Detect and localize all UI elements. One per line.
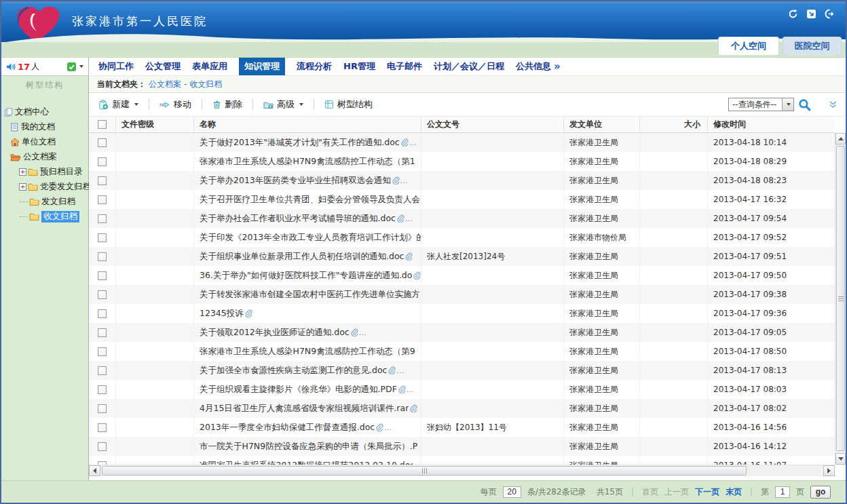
tab-hospital-space[interactable]: 医院空间 — [783, 37, 842, 55]
document-name-link[interactable]: 关于召开医疗卫生单位共青团、妇委会分管领导及负责人会 — [200, 194, 420, 206]
table-row[interactable]: 关于加强全市食源性疾病主动监测工作的意见.doc…张家港卫生局2013-04-1… — [89, 361, 835, 380]
popout-icon[interactable] — [806, 9, 816, 19]
move-button[interactable]: 移动 — [157, 96, 194, 113]
menu-item[interactable]: 公共信息 — [516, 60, 551, 73]
prev-page-link[interactable]: 上一页 — [664, 486, 689, 498]
first-page-link[interactable]: 首页 — [642, 486, 658, 498]
next-page-link[interactable]: 下一页 — [695, 486, 719, 498]
table-row[interactable]: 12345投诉张家港卫生局2013-04-17 09:36 — [89, 304, 835, 323]
table-row[interactable]: 36.关于举办"如何做好医院科技工作"专题讲座的通知.doc张家港卫生局2013… — [89, 266, 835, 285]
document-name-cell[interactable]: 市一院关于H7N9防控设备应急采购的申请（朱局批示）.P — [194, 437, 421, 456]
row-checkbox[interactable] — [98, 385, 107, 394]
row-checkbox[interactable] — [98, 309, 107, 318]
column-header[interactable]: 修改时间 — [708, 117, 835, 132]
column-header[interactable]: 大小 — [640, 117, 708, 132]
collapse-panel-icon[interactable] — [829, 101, 837, 109]
tree-item[interactable]: 我的文档 — [1, 119, 88, 134]
refresh-icon[interactable] — [788, 9, 798, 19]
document-name-link[interactable]: 12345投诉 — [200, 308, 244, 319]
menu-item[interactable]: 流程分析 — [297, 60, 332, 73]
table-row[interactable]: 4月15日省卫生厅人禽流感省级专家组视频培训课件.rar张家港卫生局2013-0… — [89, 399, 835, 418]
document-name-cell[interactable]: 4月15日省卫生厅人禽流感省级专家组视频培训课件.rar — [194, 399, 421, 418]
row-checkbox[interactable] — [98, 252, 107, 261]
document-name-cell[interactable]: 关于做好2013年"港城英才计划"有关工作的通知.doc… — [194, 133, 421, 152]
document-name-link[interactable]: 张家港市卫生系统人感染H7N9禽流感防控工作动态（第1 — [200, 156, 415, 168]
more-ellipsis[interactable]: … — [405, 214, 413, 223]
document-name-link[interactable]: 张家港市卫生系统人感染H7N9禽流感防控工作动态（第9 — [200, 346, 415, 357]
row-checkbox[interactable] — [98, 195, 107, 204]
page-number-input[interactable] — [775, 486, 790, 498]
table-row[interactable]: 市一院关于H7N9防控设备应急采购的申请（朱局批示）.P张家港卫生局2013-0… — [89, 437, 835, 456]
document-name-cell[interactable]: 12345投诉 — [194, 304, 421, 323]
more-ellipsis[interactable]: … — [359, 328, 366, 337]
horizontal-scrollbar[interactable] — [89, 465, 835, 476]
row-checkbox[interactable] — [98, 214, 107, 223]
menu-item[interactable]: 表单应用 — [192, 60, 227, 73]
breadcrumb-subfolder-link[interactable]: 收文归档 — [189, 79, 222, 90]
document-name-cell[interactable]: 关于转发张家港市创建全国农村中医药工作先进单位实施方 — [194, 285, 421, 304]
logout-icon[interactable] — [825, 9, 835, 19]
row-checkbox[interactable] — [98, 328, 107, 337]
select-dropdown-button[interactable] — [782, 98, 793, 111]
table-row[interactable]: 关于举办2013年医药类专业毕业生招聘双选会通知…张家港卫生局2013-04-1… — [89, 171, 835, 190]
table-row[interactable]: 关于组织事业单位新录用工作人员初任培训的通知.doc张人社发[2013]24号张… — [89, 247, 835, 266]
document-name-cell[interactable]: 关于召开医疗卫生单位共青团、妇委会分管领导及负责人会 — [194, 190, 421, 209]
tree-item[interactable]: 公文档案 — [1, 149, 88, 164]
tree-item[interactable]: 文档中心 — [1, 104, 88, 119]
more-ellipsis[interactable]: … — [407, 385, 414, 394]
document-name-cell[interactable]: 张家港市卫生系统人感染H7N9禽流感防控工作动态（第1 — [194, 152, 421, 171]
row-checkbox[interactable] — [98, 138, 107, 147]
document-name-cell[interactable]: 关于举办2013年医药类专业毕业生招聘双选会通知… — [194, 171, 421, 190]
document-name-link[interactable]: 2013年一季度全市妇幼保健工作督查通报.doc — [200, 422, 375, 433]
menu-item[interactable]: HR管理 — [343, 60, 375, 73]
row-checkbox[interactable] — [98, 442, 107, 451]
document-name-link[interactable]: 关于转发张家港市创建全国农村中医药工作先进单位实施方 — [200, 289, 420, 301]
row-checkbox[interactable] — [98, 157, 107, 166]
document-name-link[interactable]: 关于印发《2013年全市政工专业人员教育培训工作计划》的 — [200, 232, 421, 244]
row-checkbox[interactable] — [98, 404, 107, 413]
per-page-input[interactable] — [503, 486, 521, 498]
row-checkbox[interactable] — [98, 176, 107, 185]
document-name-cell[interactable]: 关于举办社会工作者职业水平考试辅导班的通知.doc… — [194, 209, 421, 228]
scroll-right-button[interactable] — [823, 465, 835, 476]
speaker-icon[interactable] — [6, 62, 16, 71]
document-name-cell[interactable]: 准国家卫生直报系统2012数据接口规范2012.02.10.doc… — [194, 456, 421, 465]
document-name-link[interactable]: 关于组织观看主旋律影片《徐兆华》电影的通知.PDF — [200, 384, 397, 395]
scroll-down-button[interactable] — [835, 453, 846, 465]
tree-view-button[interactable]: 树型结构 — [322, 96, 375, 113]
go-button[interactable]: go — [810, 486, 831, 499]
table-row[interactable]: 关于转发张家港市创建全国农村中医药工作先进单位实施方张家港卫生局2013-04-… — [89, 285, 835, 304]
table-row[interactable]: 关于组织观看主旋律影片《徐兆华》电影的通知.PDF…张家港卫生局2013-04-… — [89, 380, 835, 399]
tree-item[interactable]: 收文归档 — [1, 209, 88, 224]
vertical-scrollbar[interactable] — [835, 133, 846, 465]
last-page-link[interactable]: 末页 — [726, 486, 742, 498]
search-icon[interactable] — [798, 98, 811, 111]
advanced-button[interactable]: 高级 — [261, 96, 306, 113]
column-header[interactable]: 文件密级 — [116, 117, 194, 132]
document-name-cell[interactable]: 关于加强全市食源性疾病主动监测工作的意见.doc… — [194, 361, 421, 380]
menu-item[interactable]: 电子邮件 — [387, 60, 422, 73]
table-row[interactable]: 关于做好2013年"港城英才计划"有关工作的通知.doc…张家港卫生局2013-… — [89, 133, 835, 152]
document-name-link[interactable]: 市一院关于H7N9防控设备应急采购的申请（朱局批示）.P — [200, 441, 417, 452]
row-checkbox[interactable] — [98, 271, 107, 280]
document-name-cell[interactable]: 张家港市卫生系统人感染H7N9禽流感防控工作动态（第9 — [194, 342, 421, 361]
table-row[interactable]: 张家港市卫生系统人感染H7N9禽流感防控工作动态（第9张家港卫生局2013-04… — [89, 342, 835, 361]
tree-item[interactable]: +党委发文归档 — [1, 179, 88, 194]
document-name-link[interactable]: 4月15日省卫生厅人禽流感省级专家组视频培训课件.rar — [200, 403, 409, 414]
menu-item[interactable]: 计划／会议／日程 — [434, 60, 504, 73]
tree-item[interactable]: 发文归档 — [1, 194, 88, 209]
table-row[interactable]: 关于召开医疗卫生单位共青团、妇委会分管领导及负责人会张家港卫生局2013-04-… — [89, 190, 835, 209]
table-row[interactable]: 关于举办社会工作者职业水平考试辅导班的通知.doc…张家港卫生局2013-04-… — [89, 209, 835, 228]
table-row[interactable]: 关于印发《2013年全市政工专业人员教育培训工作计划》的张家港市物价局2013-… — [89, 228, 835, 247]
more-ellipsis[interactable]: … — [384, 423, 392, 432]
table-row[interactable]: 关于领取2012年执业医师证的通知.doc…张家港卫生局2013-04-17 0… — [89, 323, 835, 342]
breadcrumb-folder-link[interactable]: 公文档案 — [149, 79, 181, 90]
scroll-left-button[interactable] — [89, 465, 100, 476]
scroll-up-button[interactable] — [835, 133, 846, 144]
more-ellipsis[interactable]: … — [409, 138, 417, 147]
document-name-cell[interactable]: 关于印发《2013年全市政工专业人员教育培训工作计划》的 — [194, 228, 421, 247]
menu-item[interactable]: 公文管理 — [145, 60, 181, 73]
table-row[interactable]: 张家港市卫生系统人感染H7N9禽流感防控工作动态（第1张家港卫生局2013-04… — [89, 152, 835, 171]
menu-more-button[interactable]: » — [554, 60, 561, 73]
tree-item[interactable]: +预归档目录 — [1, 164, 88, 179]
